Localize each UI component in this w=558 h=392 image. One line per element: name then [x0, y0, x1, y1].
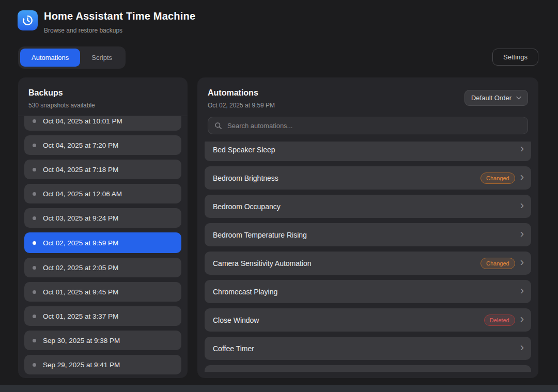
- chevron-right-icon: ›: [520, 228, 524, 240]
- chevron-right-icon: ›: [520, 285, 524, 296]
- backup-item-label: Oct 02, 2025 at 2:05 PM: [43, 264, 118, 272]
- bullet-dot-icon: [33, 216, 36, 220]
- bullet-dot-icon: [33, 241, 36, 245]
- backups-title: Backups: [28, 88, 177, 98]
- chevron-right-icon: ›: [520, 313, 524, 325]
- sort-order-dropdown[interactable]: Default Order: [464, 90, 528, 106]
- backups-panel: Backups 530 snapshots available Oct 04, …: [18, 77, 188, 378]
- automation-list[interactable]: Bed Speaker Sleep › Bedroom Brightness C…: [197, 142, 538, 372]
- automation-row[interactable]: Bedroom Temperature Rising ›: [205, 223, 531, 246]
- backup-item-label: Oct 04, 2025 at 7:20 PM: [43, 142, 118, 149]
- page-title: Home Assistant Time Machine: [44, 10, 195, 22]
- chevron-right-icon: ›: [520, 370, 524, 372]
- backup-item[interactable]: Oct 04, 2025 at 12:06 AM: [24, 184, 181, 203]
- chevron-right-icon: ›: [520, 143, 524, 154]
- backup-item[interactable]: Oct 01, 2025 at 9:45 PM: [24, 282, 181, 302]
- backup-item-label: Oct 04, 2025 at 10:01 PM: [43, 117, 122, 125]
- chevron-right-icon: ›: [520, 342, 524, 353]
- backup-item[interactable]: Oct 01, 2025 at 3:37 PM: [24, 306, 181, 326]
- automations-panel: Automations Oct 02, 2025 at 9:59 PM Defa…: [197, 77, 538, 378]
- bullet-dot-icon: [33, 119, 36, 123]
- automation-row[interactable]: Connect Headphones Google TV ›: [205, 365, 531, 372]
- automation-row[interactable]: Chromecast Playing ›: [205, 280, 531, 303]
- automation-row[interactable]: Close Window Deleted ›: [205, 308, 531, 332]
- automation-name: Coffee Timer: [213, 344, 520, 353]
- app-header: Home Assistant Time Machine Browse and r…: [18, 10, 195, 34]
- backup-item[interactable]: Oct 03, 2025 at 9:24 PM: [24, 208, 181, 228]
- bottom-bar: [0, 385, 558, 392]
- backup-item-label: Oct 02, 2025 at 9:59 PM: [43, 239, 118, 247]
- bullet-dot-icon: [33, 290, 36, 294]
- backup-list[interactable]: Oct 04, 2025 at 10:01 PM Oct 04, 2025 at…: [18, 116, 188, 378]
- chevron-right-icon: ›: [520, 200, 524, 211]
- clock-history-icon: [18, 10, 38, 30]
- backup-item-label: Sep 30, 2025 at 9:38 PM: [43, 337, 120, 344]
- automation-name: Bed Speaker Sleep: [213, 146, 520, 154]
- bullet-dot-icon: [33, 266, 36, 270]
- automations-panel-header: Automations Oct 02, 2025 at 9:59 PM Defa…: [197, 77, 538, 116]
- backup-item[interactable]: Oct 02, 2025 at 2:05 PM: [24, 258, 181, 277]
- page-subtitle: Browse and restore backups: [44, 27, 195, 34]
- backup-item[interactable]: Sep 29, 2025 at 9:41 PM: [24, 355, 181, 374]
- backup-item-label: Oct 04, 2025 at 12:06 AM: [43, 190, 122, 198]
- backup-item[interactable]: Oct 04, 2025 at 10:01 PM: [24, 116, 181, 131]
- status-badge: Changed: [481, 173, 515, 184]
- bullet-dot-icon: [33, 192, 36, 196]
- bullet-dot-icon: [33, 168, 36, 171]
- sort-order-label: Default Order: [471, 94, 512, 102]
- bullet-dot-icon: [33, 339, 36, 342]
- backup-item[interactable]: Oct 04, 2025 at 7:18 PM: [24, 160, 181, 179]
- bullet-dot-icon: [33, 363, 36, 367]
- automation-row[interactable]: Bedroom Occupancy ›: [205, 195, 531, 218]
- automation-name: Bedroom Occupancy: [213, 202, 520, 211]
- search-icon: [214, 122, 222, 130]
- chevron-right-icon: ›: [520, 257, 524, 268]
- backup-item-label: Oct 04, 2025 at 7:18 PM: [43, 166, 118, 174]
- tab-automations[interactable]: Automations: [20, 49, 80, 67]
- chevron-down-icon: [516, 96, 521, 100]
- backup-item-label: Oct 01, 2025 at 3:37 PM: [43, 312, 118, 320]
- bullet-dot-icon: [33, 144, 36, 147]
- backup-item-label: Oct 03, 2025 at 9:24 PM: [43, 214, 118, 222]
- automation-row[interactable]: Bed Speaker Sleep ›: [205, 142, 531, 161]
- backup-item[interactable]: Oct 02, 2025 at 9:59 PM: [24, 232, 181, 253]
- tab-group: Automations Scripts: [18, 46, 126, 69]
- automation-row[interactable]: Camera Sensitivity Automation Changed ›: [205, 252, 531, 275]
- status-badge: Changed: [481, 258, 515, 269]
- automation-name: Bedroom Brightness: [213, 174, 481, 182]
- automation-name: Bedroom Temperature Rising: [213, 231, 520, 239]
- backups-count: 530 snapshots available: [28, 102, 177, 109]
- automation-name: Camera Sensitivity Automation: [213, 259, 481, 268]
- automation-name: Close Window: [213, 316, 484, 324]
- automation-name: Chromecast Playing: [213, 288, 520, 296]
- tab-scripts[interactable]: Scripts: [80, 49, 123, 67]
- backup-item-label: Sep 29, 2025 at 9:41 PM: [43, 361, 120, 369]
- settings-button[interactable]: Settings: [492, 49, 538, 66]
- backup-item[interactable]: Sep 30, 2025 at 9:38 PM: [24, 331, 181, 350]
- automation-row[interactable]: Bedroom Brightness Changed ›: [205, 166, 531, 190]
- backups-panel-header: Backups 530 snapshots available: [18, 77, 188, 116]
- automation-row[interactable]: Coffee Timer ›: [205, 337, 531, 360]
- search-box: [208, 117, 528, 134]
- chevron-right-icon: ›: [520, 171, 524, 183]
- backup-item-label: Oct 01, 2025 at 9:45 PM: [43, 288, 118, 296]
- backup-item[interactable]: Oct 04, 2025 at 7:20 PM: [24, 135, 181, 155]
- tabbar-row: Automations Scripts Settings: [18, 46, 538, 69]
- search-input[interactable]: [227, 122, 521, 130]
- bullet-dot-icon: [33, 315, 36, 318]
- status-badge: Deleted: [484, 315, 515, 326]
